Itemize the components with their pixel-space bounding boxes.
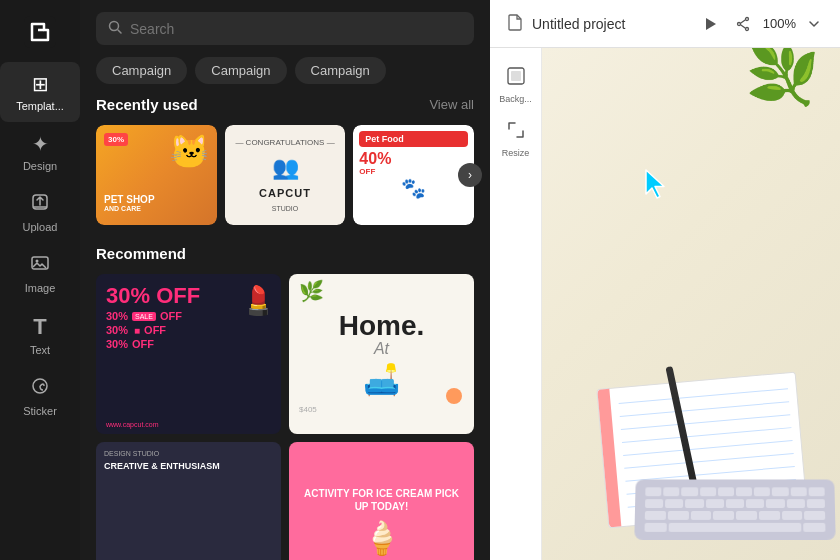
svg-point-8 <box>745 27 748 30</box>
background-label: Backg... <box>499 94 532 104</box>
image-icon <box>30 253 50 278</box>
recommend-grid: 30% OFF 30% SALE OFF 30% ■ OFF <box>96 274 474 560</box>
design-icon: ✦ <box>32 132 49 156</box>
text-icon: T <box>33 314 46 340</box>
resize-icon <box>506 120 526 145</box>
canvas-content: 🌿 <box>542 48 840 560</box>
view-all-button[interactable]: View all <box>429 97 474 112</box>
share-button[interactable] <box>731 12 755 36</box>
search-icon <box>108 20 122 37</box>
recently-used-grid: 30% 🐱 PET SHOP AND CARE — CONGRATULATION… <box>96 125 474 225</box>
image-label: Image <box>25 282 56 294</box>
home-main-text: Home. <box>339 312 425 340</box>
svg-marker-6 <box>706 18 716 30</box>
keyboard <box>635 479 835 540</box>
templates-label: Templat... <box>16 100 64 112</box>
capcut-brand: CAPCUT <box>259 187 311 199</box>
sidebar-item-templates[interactable]: ⊞ Templat... <box>0 62 80 122</box>
icecream-emoji: 🍦 <box>362 519 402 557</box>
sidebar-item-design[interactable]: ✦ Design <box>0 122 80 182</box>
canvas-title: Untitled project <box>532 16 625 32</box>
svg-rect-11 <box>511 71 521 81</box>
rec-card-home[interactable]: 🌿 Home. At 🛋️ $405 <box>289 274 474 434</box>
template-card-capcut[interactable]: — CONGRATULATIONS — 👥 CAPCUT STUDIO <box>225 125 346 225</box>
sidebar-item-image[interactable]: Image <box>0 243 80 304</box>
icecream-title: ACTIVITY FOR ICE CREAM PICK UP TODAY! <box>299 487 464 513</box>
templates-scroll: Recently used View all 30% 🐱 PET SHOP AN… <box>80 96 490 560</box>
app-logo <box>18 10 62 54</box>
pet-food-img: 🐾 <box>359 176 468 200</box>
home-plant: 🌿 <box>299 279 324 303</box>
template-card-pet-shop[interactable]: 30% 🐱 PET SHOP AND CARE <box>96 125 217 225</box>
svg-point-9 <box>737 22 740 25</box>
recently-used-header: Recently used View all <box>96 96 474 113</box>
rec-card-30off[interactable]: 30% OFF 30% SALE OFF 30% ■ OFF <box>96 274 281 434</box>
background-icon <box>506 66 526 91</box>
canvas-side-tools: Backg... Resize <box>490 48 542 560</box>
text-label: Text <box>30 344 50 356</box>
zoom-dropdown[interactable] <box>804 14 824 34</box>
home-price: $405 <box>299 405 317 414</box>
home-couch: 🛋️ <box>363 362 400 397</box>
sticker-label: Sticker <box>23 405 57 417</box>
canvas-toolbar-right: 100% <box>699 12 824 36</box>
canvas-tool-resize[interactable]: Resize <box>494 114 538 164</box>
search-input[interactable] <box>130 21 462 37</box>
filter-tab-0[interactable]: Campaign <box>96 57 187 84</box>
home-subtitle: At <box>374 340 389 358</box>
search-input-wrapper[interactable] <box>96 12 474 45</box>
desk-scene: 🌿 <box>542 48 840 560</box>
svg-point-5 <box>110 22 119 31</box>
filter-tabs: Campaign Campaign Campaign <box>80 57 490 96</box>
canvas-file-icon <box>506 13 524 35</box>
canvas-area: Untitled project 100% <box>490 0 840 560</box>
filter-tab-1[interactable]: Campaign <box>195 57 286 84</box>
pet-shop-badge: 30% <box>104 133 128 146</box>
pet-shop-text: PET SHOP AND CARE <box>104 194 155 213</box>
pet-food-title: Pet Food <box>365 134 462 144</box>
studio-title: CREATIVE & ENTHUSIASM <box>104 461 273 471</box>
sidebar-item-text[interactable]: T Text <box>0 304 80 366</box>
svg-point-7 <box>745 17 748 20</box>
recommend-title: Recommend <box>96 245 186 262</box>
rec-card-icecream[interactable]: ACTIVITY FOR ICE CREAM PICK UP TODAY! 🍦 <box>289 442 474 560</box>
zoom-label: 100% <box>763 16 796 31</box>
search-bar <box>80 0 490 57</box>
sticker-icon <box>30 376 50 401</box>
play-button[interactable] <box>699 12 723 36</box>
plant-decoration: 🌿 <box>745 48 820 109</box>
recently-used-title: Recently used <box>96 96 198 113</box>
home-accent <box>446 388 462 404</box>
sidebar: ⊞ Templat... ✦ Design Upload Image T Tex… <box>0 0 80 560</box>
templates-icon: ⊞ <box>32 72 49 96</box>
canvas-toolbar: Untitled project 100% <box>490 0 840 48</box>
sidebar-item-sticker[interactable]: Sticker <box>0 366 80 427</box>
grid-next-button[interactable]: › <box>458 163 482 187</box>
pet-food-discount: 40% <box>359 151 468 167</box>
upload-icon <box>30 192 50 217</box>
off-bottom-text: www.capcut.com <box>106 421 159 428</box>
canvas-tool-background[interactable]: Backg... <box>494 60 538 110</box>
rec-card-studio[interactable]: DESIGN STUDIO CREATIVE & ENTHUSIASM 👫 <box>96 442 281 560</box>
upload-label: Upload <box>23 221 58 233</box>
off-product: 💄 <box>241 284 276 317</box>
filter-tab-2[interactable]: Campaign <box>295 57 386 84</box>
canvas-with-tools: Backg... Resize 🌿 <box>490 48 840 560</box>
templates-panel: Campaign Campaign Campaign Recently used… <box>80 0 490 560</box>
canvas-background: 🌿 <box>542 48 840 560</box>
svg-rect-0 <box>24 16 56 48</box>
resize-label: Resize <box>502 148 530 158</box>
canvas-title-area: Untitled project <box>506 13 687 35</box>
svg-point-3 <box>36 260 39 263</box>
sidebar-item-upload[interactable]: Upload <box>0 182 80 243</box>
capcut-sub: STUDIO <box>272 205 298 212</box>
recommend-header: Recommend <box>96 245 474 262</box>
studio-tag: DESIGN STUDIO <box>104 450 273 457</box>
design-label: Design <box>23 160 57 172</box>
template-card-pet-food[interactable]: Pet Food 40% OFF 🐾 <box>353 125 474 225</box>
